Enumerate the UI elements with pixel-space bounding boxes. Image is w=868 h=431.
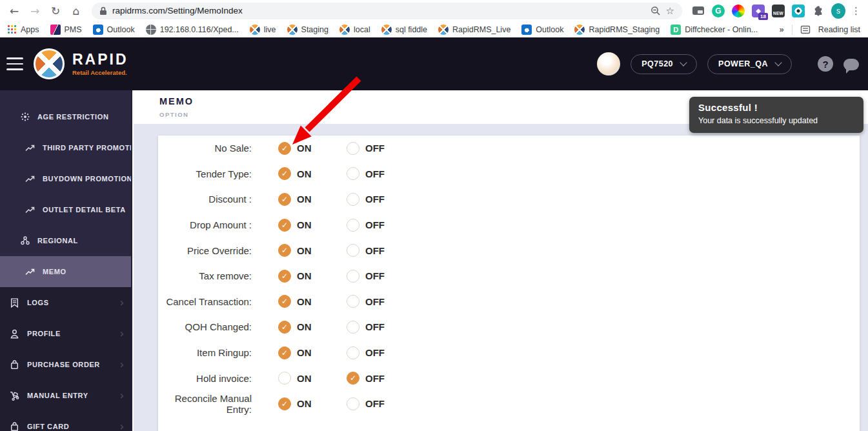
trending-up-icon — [25, 205, 35, 215]
trending-up-icon — [25, 143, 35, 153]
option-row: Cancel Transaction: ✓ ON ✓ OFF — [158, 289, 860, 315]
radio-on[interactable]: ✓ — [278, 346, 291, 359]
user-selector[interactable]: POWER_QA — [707, 54, 792, 74]
rapid-favicon — [438, 25, 449, 35]
radio-on[interactable]: ✓ — [278, 295, 291, 308]
grammarly-icon[interactable]: G — [711, 4, 725, 18]
new-extension-icon[interactable]: NEW — [771, 4, 785, 18]
radio-on[interactable]: ✓ — [278, 244, 291, 257]
bookmark-item[interactable]: 192.168.0.116/Xped... — [146, 25, 239, 35]
media-control-icon[interactable] — [691, 4, 705, 18]
forward-icon[interactable]: → — [26, 2, 44, 20]
bookmark-star-icon[interactable]: ☆ — [666, 5, 674, 17]
radio-off[interactable]: ✓ — [347, 219, 359, 232]
option-label: Reconcile Manual Entry: — [158, 393, 252, 415]
sidebar-item-profile[interactable]: PROFILE › — [0, 318, 131, 349]
home-icon[interactable]: ⌂ — [67, 2, 85, 20]
radio-off[interactable]: ✓ — [347, 372, 359, 385]
rapid-logo[interactable]: RAPID Retail Accelerated. — [34, 48, 128, 79]
radio-on[interactable]: ✓ — [278, 397, 291, 410]
radio-off[interactable]: ✓ — [347, 295, 359, 308]
radio-off[interactable]: ✓ — [347, 321, 359, 334]
radio-on[interactable]: ✓ — [278, 167, 291, 180]
radio-off[interactable]: ✓ — [347, 193, 359, 206]
sidebar-item-third-party-promotion[interactable]: THIRD PARTY PROMOTION — [0, 132, 131, 163]
setting-submenu: INVENTORY SETTING AGE RESTRICTION THIRD … — [0, 90, 131, 287]
option-label: Drop Amount : — [158, 219, 252, 230]
apps-grid-icon — [8, 25, 17, 34]
apps-shortcut[interactable]: Apps — [8, 25, 39, 34]
bookmark-item[interactable]: Staging — [287, 25, 328, 35]
radio-off[interactable]: ✓ — [347, 346, 359, 359]
zoom-out-icon[interactable] — [651, 6, 661, 16]
sidebar-item-buydown-promotion[interactable]: BUYDOWN PROMOTION — [0, 163, 131, 194]
bookmark-item[interactable]: PMS — [50, 25, 82, 35]
success-toast: Successful ! Your data is successfully u… — [689, 97, 863, 133]
purple-extension-icon[interactable]: ◆ 18 — [751, 4, 765, 18]
bookmark-item[interactable]: DDiffchecker - Onlin... — [671, 25, 758, 35]
radio-off[interactable]: ✓ — [347, 244, 359, 257]
option-row: QOH Changed: ✓ ON ✓ OFF — [158, 314, 860, 340]
browser-menu-icon[interactable]: ⋮ — [851, 5, 860, 17]
chevron-down-icon — [774, 59, 782, 66]
radio-off[interactable]: ✓ — [347, 270, 359, 283]
on-label: ON — [297, 270, 315, 281]
hamburger-menu-icon[interactable] — [6, 57, 26, 70]
sidebar-item-inventory-setting[interactable]: INVENTORY SETTING — [0, 90, 131, 101]
radio-on[interactable]: ✓ — [278, 193, 291, 206]
option-label: Cancel Transaction: — [158, 296, 252, 307]
radio-on[interactable]: ✓ — [278, 219, 291, 232]
extensions-puzzle-icon[interactable] — [811, 4, 825, 18]
sidebar-item-purchase-order[interactable]: PURCHASE ORDER › — [0, 349, 131, 380]
bookmark-item[interactable]: RapidRMS_Staging — [574, 25, 660, 35]
radio-on[interactable]: ✓ — [278, 270, 291, 283]
on-label: ON — [297, 194, 315, 205]
reading-list-icon[interactable] — [800, 25, 811, 35]
reading-list-label[interactable]: Reading list — [818, 25, 860, 34]
off-label: OFF — [365, 245, 385, 256]
sidebar-item-manual-entry[interactable]: MANUAL ENTRY › — [0, 380, 131, 411]
sun-dots-icon — [20, 112, 30, 122]
option-label: Price Override: — [158, 245, 252, 256]
radio-off[interactable]: ✓ — [347, 142, 359, 155]
bookmark-item[interactable]: local — [339, 25, 370, 35]
sidebar-item-memo[interactable]: MEMO — [0, 256, 131, 287]
bookmarks-overflow-icon[interactable]: » — [779, 25, 783, 34]
color-wheel-icon[interactable] — [731, 4, 745, 18]
sidebar-item-logs[interactable]: LOGS › — [0, 287, 131, 318]
radio-on[interactable]: ✓ — [278, 372, 291, 385]
address-bar[interactable]: rapidrms.com/Setting/MemoIndex ☆ — [92, 3, 682, 19]
bookmark-item[interactable]: sql fiddle — [381, 25, 427, 35]
bookmark-item[interactable]: live — [250, 25, 276, 35]
back-icon[interactable]: ← — [5, 2, 23, 20]
sidebar-item-regional[interactable]: REGIONAL — [0, 225, 131, 256]
url-text[interactable]: rapidrms.com/Setting/MemoIndex — [112, 6, 243, 15]
radio-off[interactable]: ✓ — [347, 397, 359, 410]
bookmark-item[interactable]: Outlook — [93, 25, 135, 35]
store-selector[interactable]: PQ7520 — [631, 54, 697, 74]
option-row: No Sale: ✓ ON ✓ OFF — [158, 135, 860, 161]
logo-subtitle: Retail Accelerated. — [72, 69, 128, 76]
user-avatar[interactable] — [597, 52, 620, 75]
help-icon[interactable]: ? — [818, 56, 833, 72]
option-label: Tax remove: — [158, 270, 252, 281]
bag-icon — [9, 421, 20, 431]
option-row: Hold invoice: ✓ ON ✓ OFF — [158, 365, 860, 391]
chat-icon[interactable] — [843, 59, 859, 70]
radio-on[interactable]: ✓ — [278, 321, 291, 334]
browser-profile-avatar[interactable]: s — [831, 4, 845, 18]
rapid-logo-icon — [34, 48, 65, 79]
radio-on[interactable]: ✓ — [278, 142, 291, 155]
sidebar-item-age-restriction[interactable]: AGE RESTRICTION — [0, 101, 131, 132]
on-label: ON — [297, 347, 315, 358]
sidebar-item-gift-card[interactable]: GIFT CARD › — [0, 411, 131, 431]
bookmark-item[interactable]: RapidRMS_Live — [438, 25, 510, 35]
bookmark-item[interactable]: Outlook — [521, 25, 563, 35]
reload-icon[interactable]: ↻ — [46, 2, 65, 20]
cyan-extension-icon[interactable] — [791, 4, 805, 18]
sidebar-item-outlet-detail-beta[interactable]: OUTLET DETAIL BETA — [0, 194, 131, 225]
globe-favicon — [146, 25, 156, 35]
option-row: Drop Amount : ✓ ON ✓ OFF — [158, 212, 860, 238]
radio-off[interactable]: ✓ — [347, 167, 359, 180]
on-label: ON — [297, 143, 315, 154]
